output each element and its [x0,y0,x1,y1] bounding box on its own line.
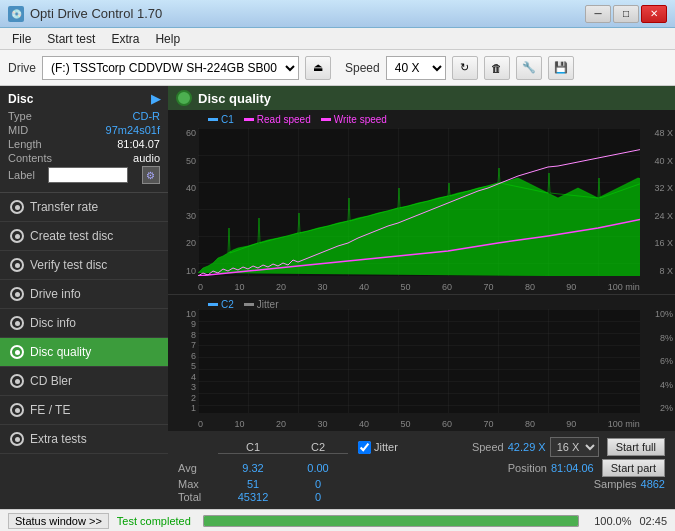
disc-quality-icon [10,345,24,359]
progress-bar-fill [204,516,579,526]
avg-c1: 9.32 [218,462,288,474]
tools-button[interactable]: 🔧 [516,56,542,80]
menu-file[interactable]: File [4,30,39,48]
samples-value: 4862 [641,478,665,490]
total-c1: 45312 [218,491,288,503]
speed-select-stats[interactable]: 16 X [550,437,599,457]
max-c2: 0 [288,478,348,490]
jitter-label: Jitter [374,441,398,453]
legend-read: Read speed [257,114,311,125]
chart2-yaxis-left: 10 9 8 7 6 5 4 3 2 1 [170,309,196,413]
disc-arrow-icon[interactable]: ▶ [151,92,160,106]
cd-bler-label: CD Bler [30,374,72,388]
drive-info-icon [10,287,24,301]
sidebar-item-extra-tests[interactable]: Extra tests [0,425,168,454]
quality-title: Disc quality [198,91,271,106]
jitter-checkbox-area: Jitter [358,441,428,454]
chart2-legend: C2 Jitter [208,299,278,310]
extra-tests-label: Extra tests [30,432,87,446]
speed-refresh-button[interactable]: ↻ [452,56,478,80]
sidebar-item-disc-quality[interactable]: Disc quality [0,338,168,367]
title-bar: 💿 Opti Drive Control 1.70 ─ □ ✕ [0,0,675,28]
chart2: C2 Jitter 10 9 8 7 6 5 4 3 2 1 10% [168,295,675,431]
close-button[interactable]: ✕ [641,5,667,23]
drive-eject-button[interactable]: ⏏ [305,56,331,80]
stats-panel: C1 C2 Jitter Speed 42.29 X 16 X Start fu… [168,431,675,509]
status-bar: Status window >> Test completed 100.0% 0… [0,509,675,531]
disc-info-label: Disc info [30,316,76,330]
sidebar-item-fe-te[interactable]: FE / TE [0,396,168,425]
sidebar-item-create-test-disc[interactable]: Create test disc [0,222,168,251]
erase-button[interactable]: 🗑 [484,56,510,80]
speed-value-stats: 42.29 X [508,441,546,453]
sidebar-nav: Transfer rate Create test disc Verify te… [0,193,168,509]
app-icon: 💿 [8,6,24,22]
create-test-disc-icon [10,229,24,243]
menu-help[interactable]: Help [147,30,188,48]
speed-label-stats: Speed [472,441,504,453]
drive-info-label: Drive info [30,287,81,301]
disc-info-panel: Disc ▶ Type CD-R MID 97m24s01f Length 81… [0,86,168,193]
drive-select[interactable]: (F:) TSSTcorp CDDVDW SH-224GB SB00 [42,56,299,80]
legend-c2: C2 [221,299,234,310]
sidebar-item-transfer-rate[interactable]: Transfer rate [0,193,168,222]
type-label: Type [8,110,32,122]
start-full-button[interactable]: Start full [607,438,665,456]
elapsed-time: 02:45 [639,515,667,527]
speed-display: Speed 42.29 X 16 X [472,437,599,457]
toolbar: Drive (F:) TSSTcorp CDDVDW SH-224GB SB00… [0,50,675,86]
sidebar: Disc ▶ Type CD-R MID 97m24s01f Length 81… [0,86,168,509]
fe-te-label: FE / TE [30,403,70,417]
sidebar-item-drive-info[interactable]: Drive info [0,280,168,309]
quality-icon [176,90,192,106]
content-area: Disc quality C1 Read speed Write speed [168,86,675,509]
position-value: 81:04.06 [551,462,594,474]
sidebar-item-verify-test-disc[interactable]: Verify test disc [0,251,168,280]
max-c1: 51 [218,478,288,490]
fe-te-icon [10,403,24,417]
label-settings-button[interactable]: ⚙ [142,166,160,184]
chart1-xaxis: 0 10 20 30 40 50 60 70 80 90 100 min [198,282,640,292]
chart1-legend: C1 Read speed Write speed [208,114,387,125]
length-value: 81:04.07 [117,138,160,150]
transfer-rate-label: Transfer rate [30,200,98,214]
transfer-rate-icon [10,200,24,214]
disc-header-label: Disc [8,92,33,106]
progress-pct: 100.0% [591,515,631,527]
speed-select[interactable]: 40 X [386,56,446,80]
sidebar-item-disc-info[interactable]: Disc info [0,309,168,338]
menu-bar: File Start test Extra Help [0,28,675,50]
app-title: Opti Drive Control 1.70 [30,6,162,21]
total-label: Total [178,491,218,503]
maximize-button[interactable]: □ [613,5,639,23]
drive-label: Drive [8,61,36,75]
menu-start-test[interactable]: Start test [39,30,103,48]
start-part-button[interactable]: Start part [602,459,665,477]
menu-extra[interactable]: Extra [103,30,147,48]
chart1-yaxis-right: 48 X 40 X 32 X 24 X 16 X 8 X [654,128,673,276]
sidebar-item-cd-bler[interactable]: CD Bler [0,367,168,396]
samples-display: Samples 4862 [594,478,665,490]
position-label: Position [508,462,547,474]
chart1: C1 Read speed Write speed 60 50 40 30 20… [168,110,675,295]
disc-quality-label: Disc quality [30,345,91,359]
legend-c1: C1 [221,114,234,125]
extra-tests-icon [10,432,24,446]
svg-rect-3 [198,309,640,413]
save-button[interactable]: 💾 [548,56,574,80]
contents-value: audio [133,152,160,164]
status-window-button[interactable]: Status window >> [8,513,109,529]
max-label: Max [178,478,218,490]
jitter-checkbox[interactable] [358,441,371,454]
main-area: Disc ▶ Type CD-R MID 97m24s01f Length 81… [0,86,675,509]
minimize-button[interactable]: ─ [585,5,611,23]
verify-test-disc-icon [10,258,24,272]
legend-jitter: Jitter [257,299,279,310]
legend-write: Write speed [334,114,387,125]
mid-label: MID [8,124,28,136]
disc-label-input[interactable] [48,167,128,183]
chart1-svg [198,128,640,276]
disc-label-label: Label [8,169,35,181]
chart1-yaxis-left: 60 50 40 30 20 10 [170,128,196,276]
position-display: Position 81:04.06 [508,462,594,474]
